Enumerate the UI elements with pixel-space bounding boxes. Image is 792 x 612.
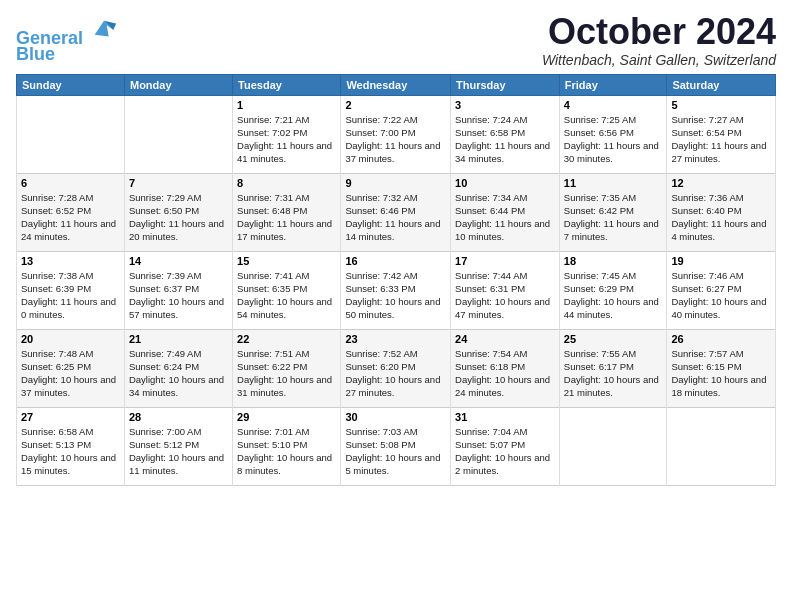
cell-2-4: 17Sunrise: 7:44 AMSunset: 6:31 PMDayligh… <box>451 251 560 329</box>
cell-content: Sunrise: 6:58 AMSunset: 5:13 PMDaylight:… <box>21 426 116 477</box>
cell-content: Sunrise: 7:32 AMSunset: 6:46 PMDaylight:… <box>345 192 440 243</box>
cell-content: Sunrise: 7:31 AMSunset: 6:48 PMDaylight:… <box>237 192 332 243</box>
day-number: 4 <box>564 99 663 111</box>
day-number: 16 <box>345 255 446 267</box>
cell-content: Sunrise: 7:41 AMSunset: 6:35 PMDaylight:… <box>237 270 332 321</box>
cell-0-3: 2Sunrise: 7:22 AMSunset: 7:00 PMDaylight… <box>341 95 451 173</box>
day-number: 20 <box>21 333 120 345</box>
cell-0-6: 5Sunrise: 7:27 AMSunset: 6:54 PMDaylight… <box>667 95 776 173</box>
cell-content: Sunrise: 7:48 AMSunset: 6:25 PMDaylight:… <box>21 348 116 399</box>
cell-2-5: 18Sunrise: 7:45 AMSunset: 6:29 PMDayligh… <box>559 251 667 329</box>
cell-content: Sunrise: 7:45 AMSunset: 6:29 PMDaylight:… <box>564 270 659 321</box>
cell-content: Sunrise: 7:00 AMSunset: 5:12 PMDaylight:… <box>129 426 224 477</box>
header-row: Sunday Monday Tuesday Wednesday Thursday… <box>17 74 776 95</box>
page: General Blue October 2024 Wittenbach, Sa… <box>0 0 792 498</box>
cell-content: Sunrise: 7:55 AMSunset: 6:17 PMDaylight:… <box>564 348 659 399</box>
day-number: 6 <box>21 177 120 189</box>
month-title: October 2024 <box>542 12 776 52</box>
cell-0-0 <box>17 95 125 173</box>
header: General Blue October 2024 Wittenbach, Sa… <box>16 12 776 68</box>
week-row-1: 6Sunrise: 7:28 AMSunset: 6:52 PMDaylight… <box>17 173 776 251</box>
cell-content: Sunrise: 7:54 AMSunset: 6:18 PMDaylight:… <box>455 348 550 399</box>
cell-content: Sunrise: 7:01 AMSunset: 5:10 PMDaylight:… <box>237 426 332 477</box>
cell-4-5 <box>559 407 667 485</box>
day-number: 12 <box>671 177 771 189</box>
cell-content: Sunrise: 7:57 AMSunset: 6:15 PMDaylight:… <box>671 348 766 399</box>
cell-content: Sunrise: 7:34 AMSunset: 6:44 PMDaylight:… <box>455 192 550 243</box>
cell-content: Sunrise: 7:49 AMSunset: 6:24 PMDaylight:… <box>129 348 224 399</box>
day-number: 29 <box>237 411 336 423</box>
cell-0-2: 1Sunrise: 7:21 AMSunset: 7:02 PMDaylight… <box>233 95 341 173</box>
cell-1-6: 12Sunrise: 7:36 AMSunset: 6:40 PMDayligh… <box>667 173 776 251</box>
cell-content: Sunrise: 7:22 AMSunset: 7:00 PMDaylight:… <box>345 114 440 165</box>
cell-4-1: 28Sunrise: 7:00 AMSunset: 5:12 PMDayligh… <box>124 407 232 485</box>
cell-content: Sunrise: 7:04 AMSunset: 5:07 PMDaylight:… <box>455 426 550 477</box>
cell-4-6 <box>667 407 776 485</box>
cell-content: Sunrise: 7:28 AMSunset: 6:52 PMDaylight:… <box>21 192 116 243</box>
day-number: 23 <box>345 333 446 345</box>
cell-content: Sunrise: 7:03 AMSunset: 5:08 PMDaylight:… <box>345 426 440 477</box>
cell-2-3: 16Sunrise: 7:42 AMSunset: 6:33 PMDayligh… <box>341 251 451 329</box>
cell-4-3: 30Sunrise: 7:03 AMSunset: 5:08 PMDayligh… <box>341 407 451 485</box>
cell-4-0: 27Sunrise: 6:58 AMSunset: 5:13 PMDayligh… <box>17 407 125 485</box>
day-number: 22 <box>237 333 336 345</box>
logo: General Blue <box>16 16 118 65</box>
week-row-3: 20Sunrise: 7:48 AMSunset: 6:25 PMDayligh… <box>17 329 776 407</box>
cell-content: Sunrise: 7:27 AMSunset: 6:54 PMDaylight:… <box>671 114 766 165</box>
cell-4-4: 31Sunrise: 7:04 AMSunset: 5:07 PMDayligh… <box>451 407 560 485</box>
col-saturday: Saturday <box>667 74 776 95</box>
cell-2-1: 14Sunrise: 7:39 AMSunset: 6:37 PMDayligh… <box>124 251 232 329</box>
day-number: 1 <box>237 99 336 111</box>
cell-0-5: 4Sunrise: 7:25 AMSunset: 6:56 PMDaylight… <box>559 95 667 173</box>
cell-content: Sunrise: 7:39 AMSunset: 6:37 PMDaylight:… <box>129 270 224 321</box>
col-sunday: Sunday <box>17 74 125 95</box>
cell-3-5: 25Sunrise: 7:55 AMSunset: 6:17 PMDayligh… <box>559 329 667 407</box>
cell-2-6: 19Sunrise: 7:46 AMSunset: 6:27 PMDayligh… <box>667 251 776 329</box>
cell-1-0: 6Sunrise: 7:28 AMSunset: 6:52 PMDaylight… <box>17 173 125 251</box>
cell-content: Sunrise: 7:46 AMSunset: 6:27 PMDaylight:… <box>671 270 766 321</box>
cell-content: Sunrise: 7:36 AMSunset: 6:40 PMDaylight:… <box>671 192 766 243</box>
week-row-2: 13Sunrise: 7:38 AMSunset: 6:39 PMDayligh… <box>17 251 776 329</box>
day-number: 7 <box>129 177 228 189</box>
cell-content: Sunrise: 7:38 AMSunset: 6:39 PMDaylight:… <box>21 270 116 321</box>
cell-content: Sunrise: 7:52 AMSunset: 6:20 PMDaylight:… <box>345 348 440 399</box>
cell-3-2: 22Sunrise: 7:51 AMSunset: 6:22 PMDayligh… <box>233 329 341 407</box>
day-number: 18 <box>564 255 663 267</box>
cell-2-0: 13Sunrise: 7:38 AMSunset: 6:39 PMDayligh… <box>17 251 125 329</box>
day-number: 21 <box>129 333 228 345</box>
cell-3-4: 24Sunrise: 7:54 AMSunset: 6:18 PMDayligh… <box>451 329 560 407</box>
cell-3-0: 20Sunrise: 7:48 AMSunset: 6:25 PMDayligh… <box>17 329 125 407</box>
day-number: 5 <box>671 99 771 111</box>
cell-content: Sunrise: 7:25 AMSunset: 6:56 PMDaylight:… <box>564 114 659 165</box>
cell-content: Sunrise: 7:21 AMSunset: 7:02 PMDaylight:… <box>237 114 332 165</box>
cell-1-5: 11Sunrise: 7:35 AMSunset: 6:42 PMDayligh… <box>559 173 667 251</box>
day-number: 13 <box>21 255 120 267</box>
col-wednesday: Wednesday <box>341 74 451 95</box>
cell-content: Sunrise: 7:51 AMSunset: 6:22 PMDaylight:… <box>237 348 332 399</box>
col-friday: Friday <box>559 74 667 95</box>
cell-content: Sunrise: 7:35 AMSunset: 6:42 PMDaylight:… <box>564 192 659 243</box>
cell-3-1: 21Sunrise: 7:49 AMSunset: 6:24 PMDayligh… <box>124 329 232 407</box>
day-number: 2 <box>345 99 446 111</box>
day-number: 3 <box>455 99 555 111</box>
day-number: 15 <box>237 255 336 267</box>
cell-1-1: 7Sunrise: 7:29 AMSunset: 6:50 PMDaylight… <box>124 173 232 251</box>
cell-0-4: 3Sunrise: 7:24 AMSunset: 6:58 PMDaylight… <box>451 95 560 173</box>
week-row-0: 1Sunrise: 7:21 AMSunset: 7:02 PMDaylight… <box>17 95 776 173</box>
cell-0-1 <box>124 95 232 173</box>
cell-content: Sunrise: 7:42 AMSunset: 6:33 PMDaylight:… <box>345 270 440 321</box>
cell-4-2: 29Sunrise: 7:01 AMSunset: 5:10 PMDayligh… <box>233 407 341 485</box>
cell-1-3: 9Sunrise: 7:32 AMSunset: 6:46 PMDaylight… <box>341 173 451 251</box>
cell-3-6: 26Sunrise: 7:57 AMSunset: 6:15 PMDayligh… <box>667 329 776 407</box>
col-thursday: Thursday <box>451 74 560 95</box>
col-tuesday: Tuesday <box>233 74 341 95</box>
day-number: 19 <box>671 255 771 267</box>
day-number: 24 <box>455 333 555 345</box>
day-number: 25 <box>564 333 663 345</box>
day-number: 31 <box>455 411 555 423</box>
day-number: 28 <box>129 411 228 423</box>
location: Wittenbach, Saint Gallen, Switzerland <box>542 52 776 68</box>
cell-content: Sunrise: 7:29 AMSunset: 6:50 PMDaylight:… <box>129 192 224 243</box>
logo-bird-icon <box>90 16 118 44</box>
day-number: 14 <box>129 255 228 267</box>
